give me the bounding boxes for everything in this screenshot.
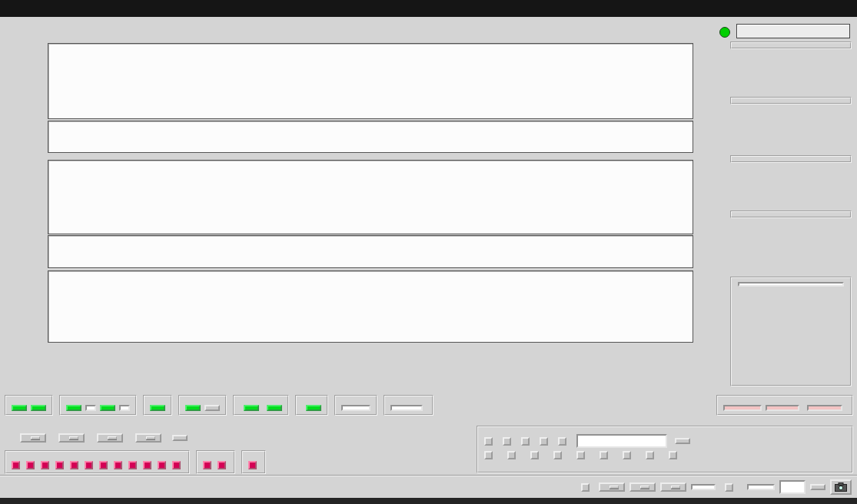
sector-2-checkbox[interactable] (85, 461, 93, 469)
sector-select[interactable] (599, 482, 625, 492)
busel-on-button[interactable] (150, 405, 165, 411)
sigma-visible-item (248, 461, 259, 469)
sector-item-a (12, 461, 22, 469)
show-sfe-checkbox[interactable] (646, 451, 654, 459)
extra-input[interactable] (779, 480, 806, 494)
option-menu-indicator-icon (69, 436, 78, 439)
bunch-select-group (178, 395, 227, 416)
replot-button[interactable] (172, 435, 188, 441)
ref-name-input[interactable] (576, 434, 667, 448)
chg-th-checkbox[interactable] (581, 483, 590, 492)
sector-3-checkbox[interactable] (114, 461, 122, 469)
bpm-name-axis (5, 343, 692, 392)
show-zre-checkbox[interactable] (669, 451, 677, 459)
sector-d-checkbox[interactable] (99, 461, 108, 469)
range-dy-select[interactable] (58, 433, 85, 443)
sector-a-checkbox[interactable] (12, 461, 20, 469)
bunch-2nd-button[interactable] (204, 405, 220, 411)
range-dx-select[interactable] (20, 433, 46, 443)
show-are-checkbox[interactable] (553, 451, 562, 459)
control-row-3 (5, 450, 266, 474)
show-cur-ref-item (521, 437, 532, 446)
show-cur-ref-checkbox[interactable] (521, 437, 530, 446)
eplus-eminus-field[interactable] (390, 405, 423, 411)
dx-axis-label (5, 43, 17, 119)
sector-6-checkbox[interactable] (158, 461, 166, 469)
sigma-visible-checkbox[interactable] (248, 461, 257, 469)
show-jbe-item (576, 451, 587, 459)
bunch-2nd-checkbox[interactable] (218, 461, 226, 469)
bunch-1st-button[interactable] (185, 405, 201, 411)
show-rfe-item (623, 451, 633, 459)
show-qfe-checkbox[interactable] (530, 451, 539, 459)
dy-plot-row (5, 160, 693, 234)
qe-plot-frame (48, 270, 693, 343)
dy-plot[interactable] (48, 161, 693, 234)
sector-item-4 (128, 461, 139, 469)
sector-item-d (99, 461, 110, 469)
show-gold-checkbox[interactable] (540, 437, 548, 446)
app-window (0, 0, 857, 504)
sy-plot[interactable] (48, 236, 693, 267)
dx-plot[interactable] (48, 44, 693, 118)
show-pfe-checkbox[interactable] (507, 451, 516, 459)
ltr-bs-group (233, 395, 289, 416)
status-bar (0, 475, 857, 498)
sector-item-6 (158, 461, 168, 469)
dy-axis-ticks (17, 160, 48, 233)
screenshot-button[interactable] (830, 479, 852, 495)
bunch-2nd-item (218, 461, 228, 469)
fc15-on-button[interactable] (66, 405, 81, 411)
qmd-row (735, 320, 847, 336)
show-ave10-checkbox[interactable] (558, 437, 566, 446)
option-menu-indicator-icon (640, 486, 649, 489)
qe-plot[interactable] (48, 271, 693, 342)
set-ref-button[interactable] (675, 438, 690, 444)
range-qe-plus-select[interactable] (135, 433, 161, 443)
sector-5-checkbox[interactable] (143, 461, 151, 469)
ltr-n01-open-button[interactable] (244, 405, 259, 411)
show-jbp-item (600, 451, 610, 459)
show-rfe-checkbox[interactable] (623, 451, 631, 459)
option-menu-indicator-icon (671, 486, 680, 489)
bunch-filter-group (196, 450, 235, 474)
show-kbe-checkbox[interactable] (484, 451, 493, 459)
sector-bt-checkbox[interactable] (172, 461, 181, 469)
sector-4-checkbox[interactable] (128, 461, 137, 469)
fc15-kv-readout (85, 405, 96, 411)
sector-b-checkbox[interactable] (26, 461, 35, 469)
interval-field[interactable] (747, 484, 775, 490)
stats-dx-2nd (730, 97, 852, 104)
dr-pulse-field[interactable] (341, 405, 370, 411)
bunch-select[interactable] (660, 482, 686, 492)
beam-gate-open-2-button[interactable] (31, 405, 46, 411)
show-jbp-checkbox[interactable] (600, 451, 608, 459)
show-ref-checkbox[interactable] (503, 437, 511, 446)
show-zre-item (669, 451, 679, 459)
rtl-s01-open-button[interactable] (306, 405, 321, 411)
qmd-row (735, 305, 847, 320)
control-row-1 (5, 395, 433, 416)
bunch-1st-checkbox[interactable] (203, 461, 211, 469)
resize-button[interactable] (810, 484, 825, 490)
qmd-device-name[interactable] (738, 282, 844, 287)
show-kbe-item (484, 451, 495, 459)
sector-1-checkbox[interactable] (70, 461, 78, 469)
sector-r-checkbox[interactable] (41, 461, 49, 469)
fc15-percent-readout (119, 405, 130, 411)
dx-axis-ticks (17, 43, 48, 118)
beam-gate-open-1-button[interactable] (12, 405, 27, 411)
show-cur-checkbox[interactable] (484, 437, 493, 446)
show-ave10-item (558, 437, 569, 446)
bpm-select[interactable] (629, 482, 656, 492)
stats-dy-2nd (730, 211, 852, 218)
show-jbe-checkbox[interactable] (576, 451, 585, 459)
fc15-acc-button[interactable] (100, 405, 115, 411)
sector-c-checkbox[interactable] (55, 461, 64, 469)
ph-checkbox[interactable] (725, 483, 733, 492)
ltr-n02-open-button[interactable] (267, 405, 282, 411)
sector-item-r (41, 461, 51, 469)
threshold-field[interactable] (691, 484, 716, 490)
sx-plot[interactable] (48, 121, 693, 152)
range-qe-minus-select[interactable] (97, 433, 123, 443)
